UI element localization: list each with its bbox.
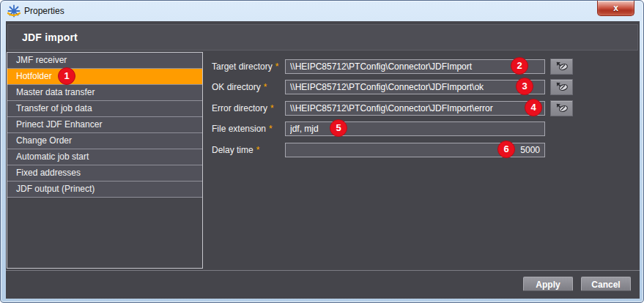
properties-dialog: Properties x JDF import JMF receiver Hot… bbox=[0, 0, 644, 303]
sidebar-item-label: Fixed addresses bbox=[16, 168, 81, 178]
required-marker: * bbox=[269, 124, 273, 134]
ok-directory-input[interactable] bbox=[285, 80, 545, 94]
sidebar-item-transfer-of-job-data[interactable]: Transfer of job data bbox=[7, 101, 202, 117]
sidebar-item-change-order[interactable]: Change Order bbox=[7, 133, 202, 149]
browse-icon bbox=[555, 102, 569, 113]
sidebar-item-label: Prinect JDF Enhancer bbox=[16, 119, 102, 130]
dialog-content: JDF import JMF receiver Hotfolder 1 Mast… bbox=[6, 21, 640, 299]
sidebar-item-label: Master data transfer bbox=[16, 87, 95, 97]
apply-button[interactable]: Apply bbox=[523, 277, 573, 291]
sidebar-item-jdf-output-prinect[interactable]: JDF output (Prinect) bbox=[7, 182, 202, 198]
field-label: Error directory* bbox=[212, 103, 274, 113]
field-label: Target directory* bbox=[212, 61, 278, 72]
sidebar-item-hotfolder[interactable]: Hotfolder 1 bbox=[7, 69, 202, 85]
step-badge-5: 5 bbox=[330, 119, 347, 137]
browse-icon bbox=[555, 81, 569, 91]
close-button[interactable]: x bbox=[597, 1, 634, 16]
form-row-target-directory: Target directory* 2 bbox=[212, 59, 640, 77]
sidebar-item-label: JMF receiver bbox=[16, 55, 67, 65]
required-marker: * bbox=[270, 103, 274, 113]
field-label: Delay time* bbox=[212, 145, 259, 155]
window-title: Properties bbox=[24, 6, 64, 16]
file-extension-input[interactable] bbox=[285, 121, 545, 136]
browse-error-directory-button[interactable] bbox=[550, 100, 573, 116]
sidebar-item-prinect-jdf-enhancer[interactable]: Prinect JDF Enhancer bbox=[7, 117, 202, 133]
sidebar-item-jmf-receiver[interactable]: JMF receiver bbox=[7, 53, 202, 69]
prinect-logo-icon bbox=[7, 4, 21, 18]
browse-icon bbox=[555, 61, 569, 71]
sidebar-item-fixed-addresses[interactable]: Fixed addresses bbox=[7, 165, 202, 182]
page-title: JDF import bbox=[22, 31, 78, 43]
form-row-file-extension: File extension* 5 bbox=[212, 121, 640, 139]
required-marker: * bbox=[275, 61, 279, 72]
form-row-error-directory: Error directory* 4 bbox=[212, 101, 640, 119]
required-marker: * bbox=[264, 82, 267, 92]
field-label: File extension* bbox=[212, 124, 273, 134]
step-badge-3: 3 bbox=[516, 78, 533, 95]
sidebar-item-label: JDF output (Prinect) bbox=[16, 184, 95, 194]
browse-ok-directory-button[interactable] bbox=[550, 79, 573, 95]
title-bar[interactable]: Properties x bbox=[1, 1, 643, 21]
cancel-button[interactable]: Cancel bbox=[581, 277, 631, 291]
field-label: OK directory* bbox=[212, 82, 267, 92]
sidebar-item-master-data-transfer[interactable]: Master data transfer bbox=[7, 85, 202, 101]
step-badge-6: 6 bbox=[497, 141, 515, 158]
sidebar-item-label: Transfer of job data bbox=[16, 103, 92, 113]
required-marker: * bbox=[256, 145, 260, 155]
form-row-ok-directory: OK directory* 3 bbox=[212, 80, 640, 97]
browse-target-directory-button[interactable] bbox=[550, 59, 573, 75]
sidebar-item-label: Change Order bbox=[16, 135, 72, 146]
target-directory-input[interactable] bbox=[285, 59, 545, 74]
screenshot: Properties x JDF import JMF receiver Hot… bbox=[0, 0, 644, 303]
error-directory-input[interactable] bbox=[285, 101, 545, 116]
footer-divider bbox=[6, 270, 640, 271]
sidebar-item-label: Hotfolder bbox=[16, 71, 52, 81]
form-row-delay-time: Delay time* 6 bbox=[212, 143, 640, 160]
close-icon: x bbox=[613, 3, 618, 13]
step-badge-1: 1 bbox=[58, 67, 75, 85]
sidebar-item-automatic-job-start[interactable]: Automatic job start bbox=[7, 149, 202, 165]
category-sidebar: JMF receiver Hotfolder 1 Master data tra… bbox=[7, 52, 203, 269]
step-badge-2: 2 bbox=[511, 57, 528, 75]
step-badge-4: 4 bbox=[525, 99, 542, 116]
sidebar-item-label: Automatic job start bbox=[16, 152, 89, 162]
page-header: JDF import bbox=[7, 24, 638, 50]
